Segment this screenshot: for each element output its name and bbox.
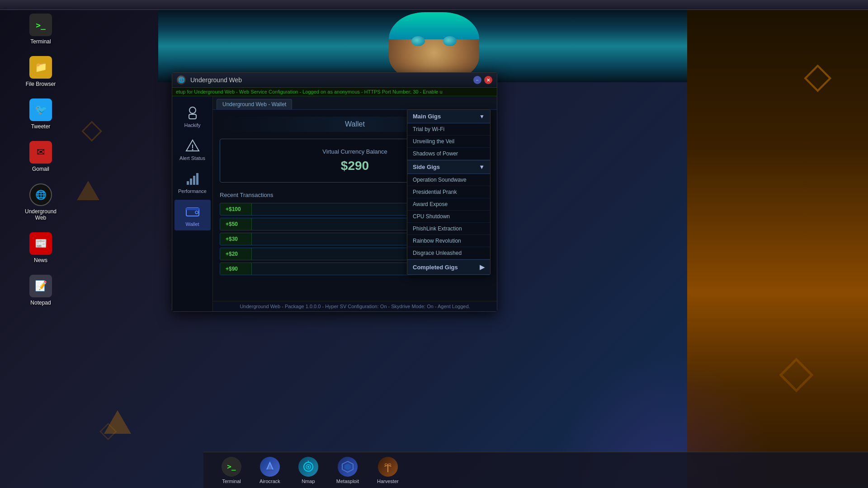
terminal-icon-label: Terminal (30, 38, 51, 45)
desktop-icons: >_ Terminal 📁 File Browser 🐦 Tweeter ✉ G… (23, 14, 59, 306)
taskbar-nmap-icon (298, 457, 318, 477)
tx-amount-3: +$20 (220, 248, 252, 260)
svg-rect-9 (196, 173, 198, 185)
taskbar-airocrack[interactable]: Airocrack (255, 455, 285, 486)
svg-rect-6 (187, 181, 189, 185)
desktop-icon-terminal[interactable]: >_ Terminal (23, 14, 59, 45)
desktop-icon-tweeter[interactable]: 🐦 Tweeter (23, 99, 59, 130)
desktop-icon-notepad[interactable]: 📝 Notepad (23, 275, 59, 306)
notepad-icon: 📝 (29, 275, 52, 297)
geo-shape-2 (77, 181, 99, 200)
taskbar-terminal-label: Terminal (222, 479, 241, 484)
geo-shape-1 (104, 410, 131, 434)
taskbar-nmap[interactable]: Nmap (294, 455, 323, 486)
gig-item-unveiling[interactable]: Unveiling the Veil (407, 136, 490, 148)
minimize-button[interactable]: − (473, 76, 481, 84)
completed-gigs-arrow-icon: ▶ (480, 263, 485, 271)
svg-point-5 (192, 149, 193, 150)
taskbar: >_ Terminal Airocrack Nmap (203, 452, 868, 488)
desktop-icon-underweb[interactable]: 🌐 Underground Web (23, 183, 59, 221)
taskbar-metasploit[interactable]: Metasploit (332, 455, 363, 486)
alert-icon (184, 137, 201, 154)
gig-item-cpu-shutdown[interactable]: CPU Shutdown (407, 211, 490, 223)
character-hair (389, 12, 479, 39)
hackify-label: Hackify (184, 122, 200, 128)
svg-point-0 (189, 107, 196, 113)
main-gigs-label: Main Gigs (413, 113, 441, 120)
performance-label: Performance (178, 188, 207, 194)
character-eye-right (443, 36, 457, 46)
taskbar-nmap-label: Nmap (302, 479, 315, 484)
completed-gigs-header[interactable]: Completed Gigs ▶ (407, 259, 490, 274)
gomail-icon: ✉ (29, 141, 52, 164)
side-gigs-arrow-icon: ▼ (479, 164, 485, 170)
filebrowser-icon-label: File Browser (26, 81, 56, 87)
gig-item-phishlink[interactable]: PhishLink Extraction (407, 223, 490, 235)
gig-item-trial-wifi[interactable]: Trial by Wi-Fi (407, 123, 490, 136)
status-ticker: etup for Underground Web - Web Service C… (172, 88, 497, 96)
sidebar-item-wallet[interactable]: Wallet (175, 200, 211, 230)
svg-rect-1 (189, 114, 196, 119)
svg-marker-20 (344, 464, 351, 470)
character-face (389, 12, 479, 80)
sidebar-item-alert[interactable]: Alert Status (175, 134, 211, 164)
svg-point-17 (307, 466, 309, 468)
tx-amount-1: +$50 (220, 218, 252, 230)
desktop-icon-filebrowser[interactable]: 📁 File Browser (23, 56, 59, 87)
hackify-icon (184, 104, 201, 121)
title-bar: 🌐 Underground Web − ✕ (172, 73, 497, 88)
tweeter-icon: 🐦 (29, 99, 52, 121)
underweb-icon-label: Underground Web (23, 208, 59, 221)
underweb-icon: 🌐 (29, 183, 52, 206)
svg-rect-11 (186, 208, 199, 210)
window-controls: − ✕ (473, 76, 492, 84)
gig-item-shadows[interactable]: Shadows of Power (407, 148, 490, 160)
taskbar-airocrack-label: Airocrack (259, 479, 280, 484)
main-gigs-header[interactable]: Main Gigs ▼ (407, 110, 490, 123)
taskbar-terminal-icon: >_ (222, 457, 241, 477)
app-title: Underground Web (190, 76, 469, 84)
left-sidebar: Hackify Alert Status (172, 96, 213, 311)
taskbar-terminal[interactable]: >_ Terminal (217, 455, 246, 486)
close-button[interactable]: ✕ (484, 76, 492, 84)
desktop-icon-news[interactable]: 📰 News (23, 232, 59, 263)
tx-amount-2: +$30 (220, 233, 252, 245)
terminal-icon: >_ (29, 14, 52, 36)
svg-point-12 (195, 211, 198, 214)
app-icon: 🌐 (177, 75, 186, 84)
tweeter-icon-label: Tweeter (31, 123, 51, 130)
tab-bar: Underground Web - Wallet (213, 96, 497, 110)
bottom-status: Underground Web - Package 1.0.0.0 - Hype… (213, 301, 497, 311)
svg-rect-8 (193, 176, 195, 185)
sidebar-item-performance[interactable]: Performance (175, 167, 211, 197)
desktop-icon-gomail[interactable]: ✉ Gomail (23, 141, 59, 172)
sidebar-item-hackify[interactable]: Hackify (175, 101, 211, 131)
character-eye-left (411, 36, 425, 46)
taskbar-metasploit-label: Metasploit (336, 479, 359, 484)
performance-icon (184, 170, 201, 187)
diamond-topleft: ◇ (81, 113, 102, 145)
top-bar (0, 0, 868, 10)
taskbar-harvester[interactable]: Harvester (373, 455, 403, 486)
gig-item-rainbow[interactable]: Rainbow Revolution (407, 235, 490, 247)
news-icon-label: News (34, 257, 47, 263)
taskbar-metasploit-icon (338, 457, 358, 477)
side-gigs-header[interactable]: Side Gigs ▼ (407, 160, 490, 174)
completed-gigs-label: Completed Gigs (413, 264, 458, 271)
side-gigs-label: Side Gigs (413, 164, 440, 170)
gigs-panel: Main Gigs ▼ Trial by Wi-Fi Unveiling the… (407, 109, 491, 275)
alert-label: Alert Status (179, 155, 205, 161)
gig-item-presidential-prank[interactable]: Presidential Prank (407, 186, 490, 198)
character-background (158, 10, 710, 82)
tx-amount-0: +$100 (220, 203, 252, 215)
svg-rect-7 (190, 178, 192, 185)
main-gigs-arrow-icon: ▼ (479, 113, 485, 120)
filebrowser-icon: 📁 (29, 56, 52, 79)
gig-item-award-expose[interactable]: Award Expose (407, 198, 490, 211)
gomail-icon-label: Gomail (32, 166, 49, 172)
tab-wallet[interactable]: Underground Web - Wallet (217, 99, 292, 109)
wallet-label: Wallet (185, 221, 199, 227)
news-icon: 📰 (29, 232, 52, 255)
gig-item-operation-soundwave[interactable]: Operation Soundwave (407, 174, 490, 186)
gig-item-disgrace[interactable]: Disgrace Unleashed (407, 247, 490, 259)
